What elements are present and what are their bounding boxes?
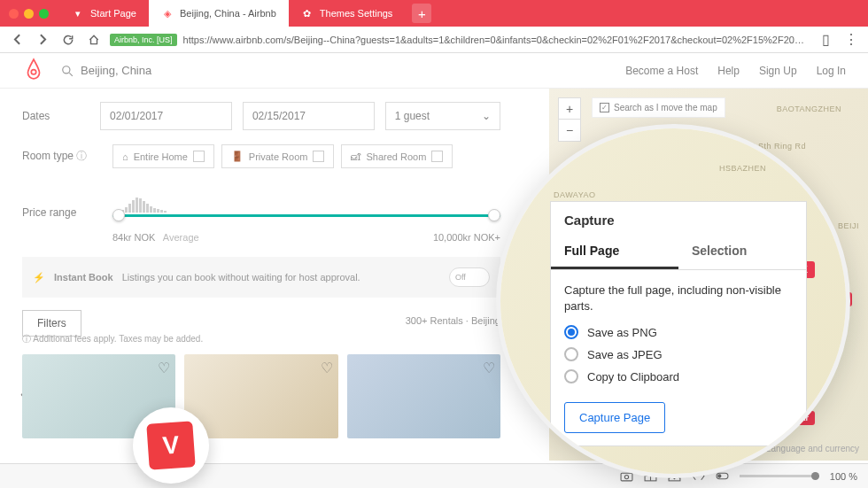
tab-themes[interactable]: ✿ Themes Settings [289, 0, 406, 27]
shared-room-option[interactable]: 🛋Shared Room [341, 144, 453, 168]
become-host-link[interactable]: Become a Host [625, 65, 698, 77]
new-tab-button[interactable]: + [412, 4, 431, 23]
radio-icon [564, 369, 578, 383]
airbnb-logo-icon[interactable] [22, 58, 45, 84]
heart-icon[interactable]: ♡ [158, 360, 170, 376]
map-region-label: DAWAYAO [554, 190, 596, 199]
checkbox [431, 151, 443, 162]
maximize-window-icon[interactable] [39, 9, 49, 19]
listing-carousel: ♡ ♡ ♡ [22, 354, 500, 438]
results-count: 300+ Rentals · Beijing [22, 315, 500, 326]
address-bar: Airbnb, Inc. [US] https://www.airbnb.com… [0, 27, 868, 53]
search-as-move-checkbox[interactable]: ✓Search as I move the map [592, 97, 725, 118]
filters-panel: Dates 1 guest⌄ Room type ⓘ ⌂Entire Home … [0, 89, 523, 452]
magnifier-lens: HSBAZHEN DAWAYAO 841kr NOK 09kr NOK 432k… [496, 124, 850, 478]
price-min-value: 84kr NOK [112, 232, 155, 243]
capture-tab-selection[interactable]: Selection [678, 235, 806, 269]
copy-clipboard-radio[interactable]: Copy to Clipboard [564, 369, 793, 383]
price-max-handle[interactable] [488, 209, 500, 221]
tab-label: Themes Settings [320, 8, 393, 19]
price-max-value: 10,000kr NOK+ [433, 232, 500, 243]
gear-icon: ✿ [301, 7, 314, 19]
svg-point-7 [717, 474, 721, 477]
sofa-icon: 🛋 [351, 151, 360, 162]
capture-description: Capture the full page, including non-vis… [564, 283, 793, 314]
fees-note: ⓘ Additional fees apply. Taxes may be ad… [22, 333, 500, 345]
map-region-label: BEIJI [838, 221, 859, 230]
vivaldi-icon: ▾ [72, 7, 84, 19]
zoom-out-button[interactable]: − [559, 120, 580, 141]
checkout-input[interactable] [243, 102, 375, 130]
reload-button[interactable] [58, 30, 78, 50]
dates-label: Dates [22, 110, 89, 122]
tab-start-page[interactable]: ▾ Start Page [59, 0, 149, 27]
checkin-input[interactable] [100, 102, 232, 130]
minimize-window-icon[interactable] [24, 9, 34, 19]
capture-title: Capture [551, 202, 806, 235]
guests-select[interactable]: 1 guest⌄ [385, 102, 500, 130]
chevron-down-icon: ⌄ [482, 110, 491, 122]
forward-button[interactable] [33, 30, 52, 50]
svg-point-0 [31, 69, 35, 74]
site-identity-badge[interactable]: Airbnb, Inc. [US] [110, 34, 177, 46]
listing-card[interactable]: ♡ [347, 354, 500, 438]
browser-status-bar: 100 % [0, 463, 868, 488]
url-field[interactable]: https://www.airbnb.com/s/Beijing--China?… [183, 35, 810, 45]
door-icon: 🚪 [231, 151, 244, 162]
instant-book-desc: Listings you can book without waiting fo… [122, 272, 360, 283]
capture-popup: Capture Full Page Selection Capture the … [550, 201, 807, 446]
svg-rect-2 [621, 473, 632, 481]
help-link[interactable]: Help [717, 65, 740, 77]
zoom-in-button[interactable]: + [559, 98, 580, 120]
price-label: Price range [22, 206, 102, 219]
svg-point-3 [624, 475, 628, 478]
tab-label: Beijing, China - Airbnb [180, 8, 276, 19]
airbnb-icon: ◈ [161, 7, 174, 19]
search-field[interactable]: Beijing, China [61, 64, 151, 77]
save-jpeg-radio[interactable]: Save as JPEG [564, 347, 793, 361]
menu-button[interactable]: ⋮ [841, 30, 861, 50]
price-avg-label: Average [163, 232, 199, 243]
search-value: Beijing, China [81, 64, 151, 77]
entire-home-option[interactable]: ⌂Entire Home [112, 144, 214, 168]
close-window-icon[interactable] [9, 9, 19, 19]
window-controls [9, 9, 49, 19]
tab-label: Start Page [90, 8, 136, 19]
svg-point-1 [63, 66, 70, 73]
map-region-label: BAOTANGZHEN [777, 105, 841, 113]
home-button[interactable] [84, 30, 104, 50]
zoom-level: 100 % [830, 471, 857, 482]
save-png-radio[interactable]: Save as PNG [564, 325, 793, 339]
browser-tab-bar: ▾ Start Page ◈ Beijing, China - Airbnb ✿… [0, 0, 868, 27]
site-header: Beijing, China Become a Host Help Sign U… [0, 53, 868, 89]
private-room-option[interactable]: 🚪Private Room [221, 144, 335, 168]
map-region-label: HSBAZHEN [719, 164, 766, 173]
tab-airbnb[interactable]: ◈ Beijing, China - Airbnb [149, 0, 289, 27]
bolt-icon: ⚡ [33, 272, 45, 283]
bookmark-button[interactable]: ▯ [816, 30, 835, 50]
signup-link[interactable]: Sign Up [759, 65, 797, 77]
price-histogram [121, 197, 245, 213]
radio-icon [564, 347, 578, 361]
search-icon [61, 65, 74, 77]
instant-book-toggle[interactable]: Off [449, 267, 490, 287]
capture-tab-fullpage[interactable]: Full Page [551, 235, 678, 269]
heart-icon[interactable]: ♡ [483, 360, 495, 376]
zoom-slider[interactable] [740, 475, 819, 477]
guests-value: 1 guest [395, 110, 430, 122]
home-icon: ⌂ [122, 151, 128, 162]
login-link[interactable]: Log In [817, 65, 846, 77]
listing-card[interactable]: ♡ [184, 354, 337, 438]
roomtype-label: Room type ⓘ [22, 149, 102, 164]
radio-icon [564, 325, 578, 339]
heart-icon[interactable]: ♡ [321, 360, 333, 376]
price-min-handle[interactable] [112, 209, 125, 221]
price-slider[interactable] [112, 190, 500, 225]
capture-page-button[interactable]: Capture Page [564, 402, 665, 433]
checkbox [193, 151, 205, 162]
instant-book-row: ⚡ Instant Book Listings you can book wit… [22, 257, 500, 298]
instant-book-title: Instant Book [54, 272, 113, 283]
back-button[interactable] [7, 30, 27, 50]
info-icon[interactable]: ⓘ [76, 150, 87, 162]
vivaldi-logo-badge: V [133, 407, 209, 484]
